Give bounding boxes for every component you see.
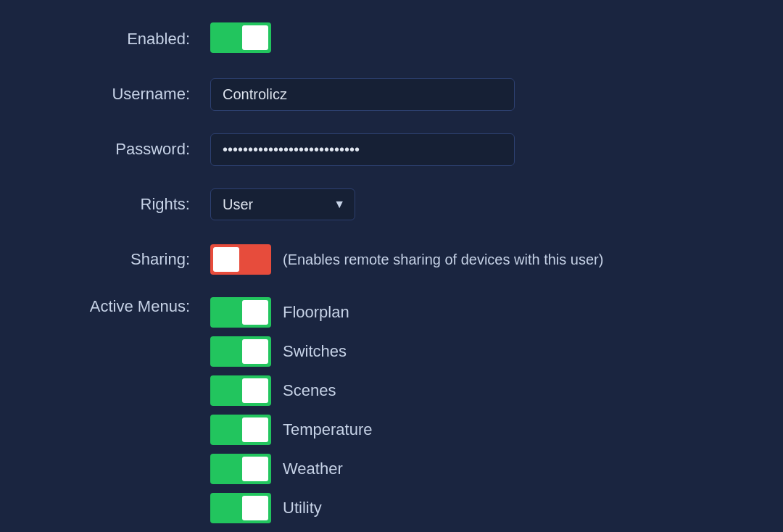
username-label: Username:: [65, 85, 210, 104]
username-control: [210, 78, 718, 111]
floorplan-label: Floorplan: [283, 303, 349, 322]
username-input[interactable]: [210, 78, 515, 111]
sharing-control: (Enables remote sharing of devices with …: [210, 244, 718, 275]
form-container: Enabled: Username: Password: Rights: Use…: [65, 22, 718, 532]
rights-control: User Admin Guest ▼: [210, 188, 718, 220]
rights-row: Rights: User Admin Guest ▼: [65, 187, 718, 222]
enabled-control: [210, 22, 718, 56]
sharing-toggle-knob: [213, 247, 239, 272]
scenes-toggle[interactable]: [210, 375, 271, 406]
active-menus-label: Active Menus:: [65, 297, 210, 316]
active-menus-control: Floorplan Switches Scenes: [210, 297, 718, 532]
menu-item-utility: Utility: [210, 493, 718, 523]
enabled-row: Enabled:: [65, 22, 718, 57]
switches-toggle[interactable]: [210, 336, 271, 367]
temperature-toggle[interactable]: [210, 415, 271, 445]
password-control: [210, 133, 718, 166]
menu-items-list: Floorplan Switches Scenes: [210, 297, 718, 532]
utility-toggle-knob: [242, 496, 268, 520]
rights-select[interactable]: User Admin Guest: [210, 188, 355, 220]
menu-item-switches: Switches: [210, 336, 718, 367]
scenes-label: Scenes: [283, 381, 336, 400]
active-menus-row: Active Menus: Floorplan Switches: [65, 297, 718, 532]
floorplan-toggle-knob: [242, 300, 268, 325]
sharing-wrapper: (Enables remote sharing of devices with …: [210, 244, 718, 275]
menu-item-temperature: Temperature: [210, 415, 718, 445]
menu-item-scenes: Scenes: [210, 375, 718, 406]
enabled-toggle[interactable]: [210, 22, 271, 53]
menu-item-floorplan: Floorplan: [210, 297, 718, 328]
switches-toggle-knob: [242, 339, 268, 364]
switches-label: Switches: [283, 342, 347, 361]
enabled-label: Enabled:: [65, 30, 210, 49]
password-label: Password:: [65, 140, 210, 159]
scenes-toggle-knob: [242, 378, 268, 403]
weather-toggle-knob: [242, 457, 268, 481]
weather-toggle[interactable]: [210, 454, 271, 484]
sharing-toggle[interactable]: [210, 244, 271, 275]
password-input[interactable]: [210, 133, 515, 166]
menu-item-weather: Weather: [210, 454, 718, 484]
utility-toggle[interactable]: [210, 493, 271, 523]
sharing-label: Sharing:: [65, 250, 210, 269]
utility-label: Utility: [283, 499, 322, 518]
password-row: Password:: [65, 132, 718, 167]
temperature-label: Temperature: [283, 420, 373, 439]
enabled-toggle-knob: [242, 25, 268, 50]
floorplan-toggle[interactable]: [210, 297, 271, 328]
weather-label: Weather: [283, 460, 343, 478]
temperature-toggle-knob: [242, 417, 268, 442]
sharing-row: Sharing: (Enables remote sharing of devi…: [65, 242, 718, 277]
username-row: Username:: [65, 77, 718, 112]
sharing-description: (Enables remote sharing of devices with …: [283, 252, 603, 268]
rights-select-wrapper: User Admin Guest ▼: [210, 188, 355, 220]
rights-label: Rights:: [65, 195, 210, 214]
